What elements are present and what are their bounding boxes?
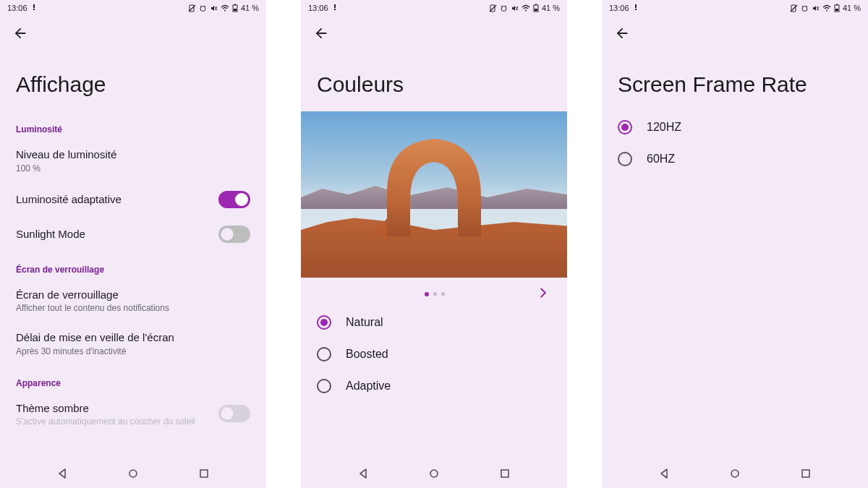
svg-rect-31 xyxy=(635,9,637,10)
back-button[interactable] xyxy=(308,20,334,46)
back-button[interactable] xyxy=(609,20,635,46)
setting-title: Sunlight Mode xyxy=(16,227,218,241)
lockscreen-row[interactable]: Écran de verrouillage Afficher tout le c… xyxy=(0,279,266,322)
color-preview-image[interactable] xyxy=(301,111,567,278)
adaptive-brightness-toggle[interactable] xyxy=(218,191,250,208)
page-title: Affichage xyxy=(0,51,266,111)
svg-rect-0 xyxy=(33,4,35,8)
svg-rect-1 xyxy=(33,9,35,10)
radio-icon xyxy=(618,120,632,134)
section-appearance: Apparence xyxy=(0,365,266,393)
priority-icon xyxy=(632,4,639,12)
nav-recents-button[interactable] xyxy=(496,465,514,482)
status-bar: 13:06 41 % xyxy=(0,0,266,16)
chevron-right-icon xyxy=(535,285,551,301)
svg-rect-27 xyxy=(535,9,537,11)
brightness-level-row[interactable]: Niveau de luminosité 100 % xyxy=(0,139,266,182)
setting-title: Thème sombre xyxy=(16,401,218,416)
section-lockscreen: Écran de verrouillage xyxy=(0,252,266,279)
setting-title: Écran de verrouillage xyxy=(16,288,250,302)
arrow-back-icon xyxy=(614,25,630,41)
nav-back-button[interactable] xyxy=(655,465,673,482)
radio-label: Boosted xyxy=(346,348,388,361)
frame-rate-option-60[interactable]: 60HZ xyxy=(602,143,868,175)
page-title: Couleurs xyxy=(301,51,567,111)
setting-title: Luminosité adaptative xyxy=(16,192,218,207)
pager-next-button[interactable] xyxy=(535,285,551,304)
status-battery-pct: 41 % xyxy=(542,4,560,12)
svg-line-20 xyxy=(501,6,503,7)
sleep-timeout-row[interactable]: Délai de mise en veille de l'écran Après… xyxy=(0,322,266,365)
no-sim-icon xyxy=(188,4,196,12)
nav-back-button[interactable] xyxy=(354,465,372,482)
mute-icon xyxy=(812,4,820,12)
page-title: Screen Frame Rate xyxy=(602,51,868,111)
sunlight-mode-row[interactable]: Sunlight Mode xyxy=(0,217,266,252)
setting-subtitle: Après 30 minutes d'inactivité xyxy=(16,346,250,356)
nav-recents-button[interactable] xyxy=(797,465,814,482)
color-option-boosted[interactable]: Boosted xyxy=(301,338,567,370)
dark-theme-row[interactable]: Thème sombre S'active automatiquement au… xyxy=(0,393,266,432)
wifi-icon xyxy=(221,4,229,12)
phone-frame-rate: 13:06 41 % Screen Frame Rate 120HZ 60HZ xyxy=(602,0,868,488)
status-battery-pct: 41 % xyxy=(843,4,861,12)
svg-point-4 xyxy=(200,6,205,11)
svg-point-24 xyxy=(525,9,527,11)
color-option-adaptive[interactable]: Adaptive xyxy=(301,370,567,402)
adaptive-brightness-row[interactable]: Luminosité adaptative xyxy=(0,182,266,217)
priority-icon xyxy=(30,4,38,12)
sunlight-mode-toggle[interactable] xyxy=(218,226,250,243)
app-bar xyxy=(301,16,567,51)
color-option-natural[interactable]: Natural xyxy=(301,307,567,338)
setting-title: Niveau de luminosité xyxy=(16,147,250,162)
frame-rate-option-120[interactable]: 120HZ xyxy=(602,111,868,143)
radio-label: Adaptive xyxy=(346,380,391,393)
dark-theme-toggle[interactable] xyxy=(218,405,250,422)
svg-rect-15 xyxy=(334,4,336,8)
radio-icon xyxy=(317,347,331,361)
radio-label: Natural xyxy=(346,316,383,329)
svg-point-43 xyxy=(731,470,739,477)
mute-icon xyxy=(210,4,218,12)
app-bar xyxy=(0,16,266,51)
no-sim-icon xyxy=(790,4,798,12)
radio-label: 120HZ xyxy=(647,121,681,134)
svg-line-35 xyxy=(802,6,804,7)
svg-rect-41 xyxy=(836,4,838,6)
pager-dot xyxy=(441,292,445,296)
nav-home-button[interactable] xyxy=(726,465,744,482)
svg-rect-30 xyxy=(635,4,637,8)
svg-point-9 xyxy=(224,9,226,11)
back-button[interactable] xyxy=(7,20,33,46)
setting-title: Délai de mise en veille de l'écran xyxy=(16,330,250,345)
svg-point-39 xyxy=(826,9,827,11)
alarm-icon xyxy=(199,4,207,12)
nav-recents-button[interactable] xyxy=(195,465,213,482)
radio-icon xyxy=(317,315,331,330)
status-bar: 13:06 41 % xyxy=(301,0,567,16)
setting-subtitle: 100 % xyxy=(16,163,250,174)
mute-icon xyxy=(511,4,519,12)
svg-rect-44 xyxy=(802,470,809,477)
app-bar xyxy=(602,16,868,51)
priority-icon xyxy=(331,4,339,12)
section-brightness: Luminosité xyxy=(0,111,266,139)
pager-dots xyxy=(334,292,535,296)
battery-icon xyxy=(533,4,539,12)
phone-couleurs: 13:06 41 % Couleurs xyxy=(301,0,567,488)
nav-back-button[interactable] xyxy=(54,465,71,482)
status-bar: 13:06 41 % xyxy=(602,0,868,16)
svg-rect-11 xyxy=(234,4,236,6)
settings-list[interactable]: Affichage Luminosité Niveau de luminosit… xyxy=(0,51,266,459)
arrow-back-icon xyxy=(12,25,28,41)
phone-affichage: 13:06 41 % Affichage Luminosité Niveau d… xyxy=(0,0,266,488)
frame-rate-content: Screen Frame Rate 120HZ 60HZ xyxy=(602,51,868,459)
nav-home-button[interactable] xyxy=(425,465,443,482)
status-time: 13:06 xyxy=(609,4,629,12)
pager-row xyxy=(301,278,567,307)
svg-line-21 xyxy=(505,6,506,7)
pager-dot xyxy=(425,292,429,296)
alarm-icon xyxy=(801,4,809,12)
nav-home-button[interactable] xyxy=(124,465,142,482)
radio-icon xyxy=(317,379,331,393)
